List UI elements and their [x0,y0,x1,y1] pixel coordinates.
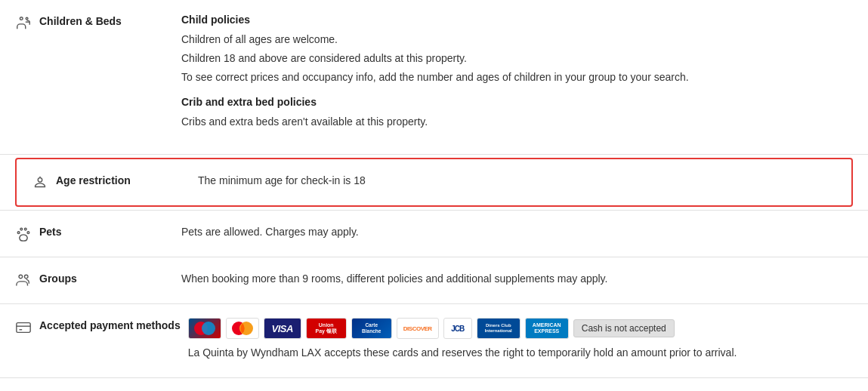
svg-point-9 [24,275,28,279]
child-policies-title: Child policies [181,14,853,26]
svg-point-6 [17,232,20,234]
section-label-pets: Pets [15,224,174,242]
pets-title: Pets [39,226,62,238]
age-restriction-icon [32,174,48,191]
svg-rect-10 [17,323,30,333]
amex-card: AMERICANEXPRESS [525,318,569,339]
children-beds-icon [15,15,32,32]
children-beds-content: Child policies Children of all ages are … [174,14,853,140]
section-label-children: Children & Beds [15,14,174,32]
children-beds-title: Children & Beds [39,15,122,27]
svg-point-5 [24,228,26,230]
crib-title: Crib and extra bed policies [181,96,853,108]
unionpay-card: UnionPay 银联 [306,318,347,339]
svg-point-1 [26,17,28,20]
section-label-age: Age restriction [32,173,190,191]
age-restriction-content: The minimum age for check-in is 18 [190,173,836,192]
payment-icon [15,319,32,336]
groups-content: When booking more than 9 rooms, differen… [174,271,853,290]
crib-section: Crib and extra bed policies Cribs and ex… [181,96,853,130]
visa-card: VISA [264,318,301,339]
svg-point-2 [38,178,42,183]
groups-title: Groups [39,272,77,285]
svg-point-7 [27,232,29,234]
child-policy-3: To see correct prices and occupancy info… [181,69,853,85]
children-beds-section: Children & Beds Child policies Children … [0,0,868,155]
payment-title: Accepted payment methods [39,319,181,331]
payment-content: VISA UnionPay 银联 CarteBlanche DISCOVER J… [181,318,853,364]
svg-point-4 [20,228,23,230]
age-restriction-wrapper: Age restriction The minimum age for chec… [0,155,868,211]
cash-not-accepted-badge: Cash is not accepted [573,319,675,337]
groups-text: When booking more than 9 rooms, differen… [181,271,853,287]
age-restriction-title: Age restriction [56,174,131,186]
payment-cards-row: VISA UnionPay 银联 CarteBlanche DISCOVER J… [188,318,853,339]
age-restriction-text: The minimum age for check-in is 18 [198,173,836,189]
age-restriction-section: Age restriction The minimum age for chec… [15,158,853,207]
diners-card: Diners ClubInternational [477,318,520,339]
pets-content: Pets are allowed. Charges may apply. [174,224,853,243]
groups-section: Groups When booking more than 9 rooms, d… [0,257,868,304]
pets-icon [15,226,32,242]
payment-section: Accepted payment methods VISA UnionPay 银… [0,304,868,378]
svg-point-14 [202,322,215,335]
section-label-groups: Groups [15,271,174,289]
svg-point-0 [20,17,23,20]
child-policy-2: Children 18 and above are considered adu… [181,51,853,66]
child-policies-section: Child policies Children of all ages are … [181,14,853,85]
mastercard-card [226,318,259,339]
main-container: Children & Beds Child policies Children … [0,0,868,378]
maestro-card [188,318,221,339]
child-policy-1: Children of all ages are welcome. [181,32,853,48]
pets-text: Pets are allowed. Charges may apply. [181,224,853,240]
svg-point-8 [19,275,23,279]
jcb-card: JCB [443,318,472,339]
section-label-payment: Accepted payment methods [15,318,181,336]
groups-icon [15,272,32,289]
pets-section: Pets Pets are allowed. Charges may apply… [0,211,868,257]
discover-card: DISCOVER [397,318,439,339]
carteblanche-card: CarteBlanche [351,318,392,339]
payment-footnote: La Quinta by Wyndham LAX accepts these c… [188,345,853,361]
crib-text: Cribs and extra beds aren't available at… [181,114,853,130]
